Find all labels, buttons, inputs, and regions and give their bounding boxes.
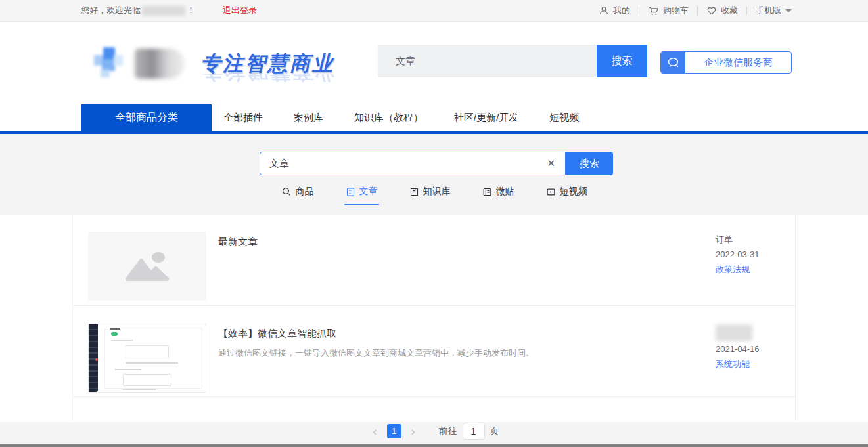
thumb-detail	[126, 345, 169, 358]
nav-underline	[0, 131, 868, 134]
result-row: 最新文章 订单 2022-03-31 政策法规	[73, 215, 795, 306]
censored-username	[142, 6, 185, 16]
nav-item-community[interactable]: 社区/更新/开发	[454, 112, 518, 124]
search-icon	[281, 186, 292, 197]
thumb-detail	[110, 328, 120, 330]
content-search-box: ✕	[260, 152, 566, 175]
post-icon	[482, 187, 492, 197]
result-meta: 2021-04-16 系统功能	[716, 324, 801, 373]
thumb-detail	[115, 369, 141, 370]
my-account-link[interactable]: 我的	[599, 5, 630, 16]
tab-products-label: 商品	[296, 186, 314, 198]
logo-pixel	[101, 70, 110, 77]
tab-products[interactable]: 商品	[281, 186, 314, 205]
cart-icon	[648, 5, 659, 16]
content-search: ✕ 搜索	[260, 152, 613, 175]
tab-posts[interactable]: 微贴	[482, 186, 514, 205]
footer-strip	[0, 444, 868, 447]
heart-icon	[706, 5, 717, 16]
site-name-blurred	[135, 49, 185, 79]
result-category-link[interactable]: 政策法规	[716, 264, 801, 275]
site-slogan-reflection: 专注智慧商业	[200, 74, 334, 85]
header-search-input[interactable]	[378, 45, 597, 77]
result-author: 订单	[716, 234, 801, 245]
nav-all-categories[interactable]: 全部商品分类	[81, 104, 212, 131]
mobile-version-menu[interactable]: 手机版	[756, 5, 792, 16]
prev-page-icon[interactable]: ‹	[369, 424, 381, 438]
results-card: 最新文章 订单 2022-03-31 政策法规	[72, 215, 796, 421]
logo-pixel	[114, 55, 123, 66]
page: 您好，欢迎光临 ！ 退出登录 我的 购物车 收藏 手机版	[0, 0, 868, 447]
goto-page-input[interactable]	[463, 423, 485, 440]
divider	[697, 7, 698, 15]
tab-shortvideo-label: 短视频	[560, 186, 587, 198]
thumb-detail	[111, 340, 133, 341]
wecom-service-button[interactable]: 企业微信服务商	[660, 51, 792, 74]
page-unit-label: 页	[490, 425, 499, 437]
greeting-prefix: 您好，欢迎光临	[81, 5, 141, 16]
nav-item-plugins[interactable]: 全部插件	[223, 112, 263, 124]
result-thumbnail-screenshot[interactable]	[88, 324, 206, 393]
header-search: 搜索	[378, 45, 647, 77]
tab-knowledge[interactable]: 知识库	[409, 186, 451, 205]
video-icon	[546, 187, 556, 197]
result-title[interactable]: 最新文章	[218, 236, 258, 248]
tab-articles-label: 文章	[359, 186, 378, 198]
clear-search-icon[interactable]: ✕	[547, 157, 555, 170]
site-logo-blurred[interactable]	[94, 47, 124, 77]
nav-item-knowledge[interactable]: 知识库（教程）	[354, 112, 423, 124]
content-search-button[interactable]: 搜索	[566, 152, 613, 175]
result-body: 最新文章	[218, 232, 258, 305]
nav-items: 全部插件 案例库 知识库（教程） 社区/更新/开发 短视频	[223, 104, 579, 131]
result-thumbnail-placeholder[interactable]	[88, 232, 206, 301]
results-band: 最新文章 订单 2022-03-31 政策法规	[0, 215, 868, 422]
result-body: 【效率】微信文章智能抓取 通过微信图文链接，一键导入微信图文文章到商城文章营销中…	[218, 324, 534, 396]
image-placeholder-icon	[124, 249, 171, 284]
greeting-suffix: ！	[187, 5, 195, 16]
cart-link[interactable]: 购物车	[648, 5, 689, 16]
cart-label: 购物车	[663, 5, 689, 16]
wecom-service-label: 企业微信服务商	[685, 52, 791, 73]
mobile-version-label: 手机版	[756, 5, 781, 16]
chevron-down-icon	[785, 9, 792, 12]
tab-articles[interactable]: 文章	[346, 186, 378, 205]
logout-link[interactable]: 退出登录	[223, 5, 257, 16]
nav-item-cases[interactable]: 案例库	[294, 112, 323, 124]
wecom-bubble-icon	[661, 52, 685, 73]
topbar-links: 我的 购物车 收藏 手机版	[599, 5, 792, 16]
site-slogan: 专注智慧商业	[200, 50, 334, 77]
tab-shortvideo[interactable]: 短视频	[546, 186, 587, 205]
topbar: 您好，欢迎光临 ！ 退出登录 我的 购物车 收藏 手机版	[0, 0, 868, 22]
result-description: 通过微信图文链接，一键导入微信图文文章到商城文章营销中，减少手动发布时间。	[218, 347, 534, 359]
nav-item-shortvideo[interactable]: 短视频	[549, 112, 579, 124]
divider	[746, 7, 747, 15]
current-page-button[interactable]: 1	[387, 424, 401, 438]
result-title[interactable]: 【效率】微信文章智能抓取	[218, 328, 534, 340]
header-search-button[interactable]: 搜索	[597, 45, 647, 77]
user-icon	[599, 5, 609, 16]
thumb-detail	[123, 374, 171, 386]
topbar-greeting: 您好，欢迎光临 ！ 退出登录	[81, 5, 257, 16]
divider	[639, 7, 639, 15]
next-page-icon[interactable]: ›	[407, 424, 419, 438]
tab-posts-label: 微贴	[496, 186, 514, 198]
result-meta: 订单 2022-03-31 政策法规	[716, 234, 801, 279]
knowledge-icon	[409, 187, 419, 197]
favorites-link[interactable]: 收藏	[706, 5, 738, 16]
header: 专注智慧商业 专注智慧商业 搜索 企业微信服务商	[0, 22, 868, 98]
result-category-link[interactable]: 系统功能	[716, 358, 801, 370]
thumb-detail	[111, 332, 118, 336]
result-row: 【效率】微信文章智能抓取 通过微信图文链接，一键导入微信图文文章到商城文章营销中…	[73, 306, 795, 397]
result-type-tabs: 商品 文章 知识库 微贴 短视频	[0, 186, 868, 205]
result-date: 2021-04-16	[716, 343, 801, 354]
censored-author	[716, 324, 752, 341]
article-icon	[346, 187, 355, 197]
thumb-detail	[123, 389, 156, 390]
main-nav: 全部商品分类 全部插件 案例库 知识库（教程） 社区/更新/开发 短视频	[0, 98, 868, 134]
favorites-label: 收藏	[721, 5, 738, 16]
thumb-detail	[95, 358, 98, 361]
content-search-input[interactable]	[260, 152, 566, 175]
pagination: ‹ 1 › 前往 页	[0, 423, 868, 440]
my-account-label: 我的	[613, 5, 630, 16]
goto-page-label: 前往	[439, 425, 457, 437]
